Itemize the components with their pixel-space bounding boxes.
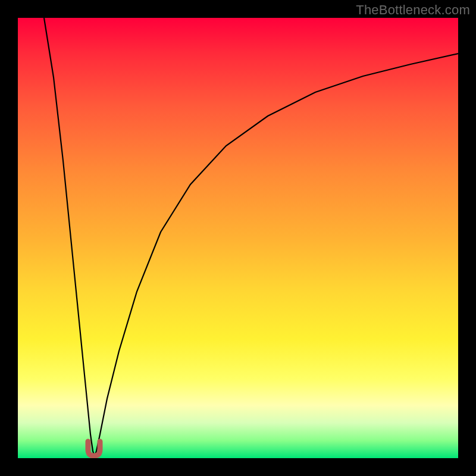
bottleneck-curve: [18, 18, 458, 458]
watermark-text: TheBottleneck.com: [356, 2, 470, 18]
plot-area: [18, 18, 458, 458]
chart-frame: TheBottleneck.com: [0, 0, 476, 476]
curve-path: [44, 18, 458, 454]
dip-marker: [88, 441, 100, 456]
